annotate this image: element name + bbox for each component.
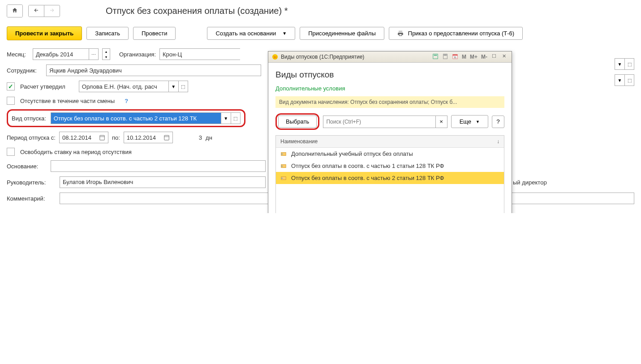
org-input[interactable]: Крон-Ц bbox=[159, 48, 240, 60]
app-icon: 1c bbox=[272, 54, 278, 60]
close-icon[interactable]: ✕ bbox=[500, 53, 508, 60]
svg-rect-9 bbox=[443, 55, 447, 56]
month-label: Месяц: bbox=[7, 51, 29, 58]
svg-point-14 bbox=[281, 153, 283, 154]
col-name: Наименование bbox=[280, 138, 318, 145]
toolbar: Провести и закрыть Записать Провести Соз… bbox=[7, 26, 634, 40]
help-button[interactable]: ? bbox=[492, 116, 504, 128]
search-input[interactable] bbox=[323, 116, 435, 128]
print-order-label: Приказ о предоставлении отпуска (Т-6) bbox=[408, 30, 514, 37]
modal-titlebar[interactable]: 1c Виды отпусков (1С:Предприятие) 31 M M… bbox=[268, 51, 512, 63]
item-icon bbox=[280, 152, 287, 156]
home-button[interactable] bbox=[7, 5, 22, 17]
top-nav: Отпуск без сохранения оплаты (создание) … bbox=[7, 4, 634, 17]
calendar-icon[interactable] bbox=[99, 134, 105, 141]
m-button[interactable]: M bbox=[461, 54, 467, 60]
select-button[interactable]: Выбрать bbox=[278, 116, 317, 128]
absence-checkbox[interactable] bbox=[7, 97, 15, 105]
date-to-value: 10.12.2014 bbox=[127, 134, 156, 141]
svg-text:1c: 1c bbox=[273, 56, 277, 59]
save-button[interactable]: Записать bbox=[86, 27, 129, 40]
page-title: Отпуск без сохранения оплаты (создание) … bbox=[106, 6, 288, 16]
help-icon[interactable]: ? bbox=[125, 98, 128, 104]
print-order-button[interactable]: Приказ о предоставлении отпуска (Т-6) bbox=[389, 27, 523, 40]
create-based-button[interactable]: Создать на основании ▼ bbox=[207, 27, 295, 40]
employee-label: Сотрудник: bbox=[7, 67, 43, 74]
approved-checkbox[interactable] bbox=[7, 82, 15, 90]
svg-text:31: 31 bbox=[454, 56, 456, 59]
month-input[interactable]: Декабрь 2014 bbox=[33, 48, 89, 60]
list-container: Наименование ↓ Дополнительный учебный от… bbox=[275, 135, 504, 213]
list-item[interactable]: Отпуск без оплаты в соотв. с частью 1 ст… bbox=[276, 160, 504, 172]
modal-heading: Виды отпусков bbox=[275, 70, 504, 80]
month-spinner[interactable]: ▲ ▼ bbox=[102, 48, 110, 60]
comment-label: Комментарий: bbox=[7, 195, 56, 202]
leave-type-label: Вид отпуска: bbox=[12, 115, 46, 122]
more-button[interactable]: Еще ▼ bbox=[451, 115, 488, 128]
back-button[interactable] bbox=[29, 5, 44, 17]
post-and-close-button[interactable]: Провести и закрыть bbox=[7, 26, 82, 40]
approved-by-input[interactable]: Орлова Е.Н. (Нач. отд. расч bbox=[79, 81, 168, 92]
spinner-up-icon[interactable]: ▲ bbox=[103, 49, 110, 54]
svg-rect-7 bbox=[434, 55, 437, 56]
attached-files-button[interactable]: Присоединенные файлы bbox=[300, 27, 384, 40]
m-minus-button[interactable]: M- bbox=[480, 54, 488, 60]
field-dropdown-button[interactable]: ▼ bbox=[615, 74, 624, 86]
item-label: Отпуск без оплаты в соотв. с частью 1 ст… bbox=[291, 163, 444, 169]
days-count: 3 bbox=[199, 134, 202, 141]
modal-title: Виды отпусков (1С:Предприятие) bbox=[281, 54, 364, 60]
date-from-input[interactable]: 08.12.2014 bbox=[59, 132, 108, 143]
org-label: Организация: bbox=[119, 51, 156, 58]
calendar-icon[interactable] bbox=[163, 134, 170, 141]
caret-down-icon: ▼ bbox=[282, 31, 287, 36]
item-icon bbox=[280, 176, 287, 180]
item-label: Дополнительный учебный отпуск без оплаты bbox=[291, 150, 413, 157]
leave-type-highlight: Вид отпуска: Отпуск без оплаты в соотв. … bbox=[7, 109, 245, 127]
item-icon bbox=[280, 164, 287, 168]
manager-input[interactable]: Булатов Игорь Виленович bbox=[60, 176, 266, 188]
approved-dropdown-button[interactable]: ▼ bbox=[168, 81, 178, 92]
list-item[interactable]: Дополнительный учебный отпуск без оплаты bbox=[276, 148, 504, 160]
absence-label: Отсутствие в течение части смены bbox=[20, 98, 115, 104]
leave-type-input[interactable]: Отпуск без оплаты в соотв. с частью 2 ст… bbox=[51, 112, 221, 124]
field-dropdown-button[interactable]: ▼ bbox=[615, 58, 624, 70]
conditions-link[interactable]: Дополнительные условия bbox=[275, 85, 504, 92]
caret-down-icon: ▼ bbox=[476, 120, 480, 124]
tb-icon-1[interactable] bbox=[431, 53, 439, 60]
basis-input[interactable] bbox=[51, 160, 266, 172]
leave-types-modal: 1c Виды отпусков (1С:Предприятие) 31 M M… bbox=[268, 51, 512, 213]
days-unit: дн bbox=[206, 134, 212, 141]
leave-type-open-button[interactable]: ⬚ bbox=[231, 112, 241, 124]
item-label: Отпуск без оплаты в соотв. с частью 2 ст… bbox=[291, 175, 444, 181]
release-rate-label: Освободить ставку на период отсутствия bbox=[20, 149, 132, 155]
field-open-button[interactable]: ⬚ bbox=[624, 58, 634, 70]
forward-button[interactable] bbox=[44, 5, 60, 17]
sort-icon: ↓ bbox=[497, 138, 499, 145]
svg-rect-6 bbox=[433, 54, 438, 59]
create-based-label: Создать на основании bbox=[215, 30, 276, 37]
m-plus-button[interactable]: M+ bbox=[469, 54, 478, 60]
date-to-input[interactable]: 10.12.2014 bbox=[124, 132, 173, 143]
release-rate-checkbox[interactable] bbox=[7, 148, 15, 156]
position-suffix: ый директор bbox=[513, 179, 547, 186]
leave-type-dropdown-button[interactable]: ▼ bbox=[221, 112, 231, 124]
date-from-value: 08.12.2014 bbox=[62, 134, 91, 141]
list-header[interactable]: Наименование ↓ bbox=[276, 136, 504, 148]
list-item[interactable]: Отпуск без оплаты в соотв. с частью 2 ст… bbox=[276, 172, 504, 184]
maximize-icon[interactable]: ☐ bbox=[490, 53, 498, 60]
approved-label: Расчет утвердил bbox=[20, 83, 65, 90]
svg-rect-0 bbox=[100, 135, 105, 140]
search-clear-button[interactable]: × bbox=[436, 116, 447, 128]
svg-point-16 bbox=[281, 165, 283, 167]
more-label: Еще bbox=[460, 118, 471, 125]
svg-point-18 bbox=[281, 177, 283, 179]
post-button[interactable]: Провести bbox=[133, 27, 176, 40]
filter-bar: Вид документа начисления: Отпуск без сох… bbox=[275, 96, 504, 108]
field-open-button[interactable]: ⬚ bbox=[624, 74, 634, 86]
approved-open-button[interactable]: ⬚ bbox=[178, 81, 188, 92]
calc-icon[interactable] bbox=[441, 53, 449, 60]
spinner-down-icon[interactable]: ▼ bbox=[103, 54, 110, 60]
calendar-icon[interactable]: 31 bbox=[451, 53, 459, 60]
employee-input[interactable]: Яцкив Андрей Эдуардович bbox=[46, 64, 261, 76]
month-picker-button[interactable]: ⋯ bbox=[89, 48, 99, 60]
